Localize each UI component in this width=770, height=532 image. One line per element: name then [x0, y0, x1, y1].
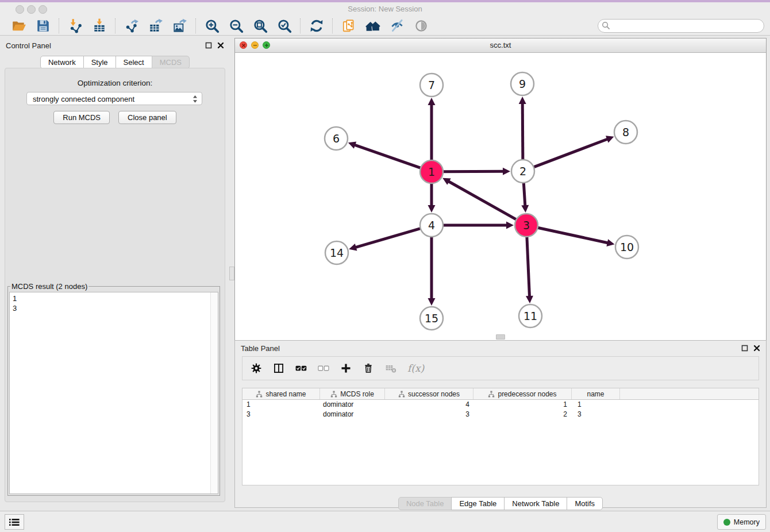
network-canvas[interactable]: 7968124314101511 [235, 53, 766, 340]
memory-button[interactable]: Memory [717, 514, 766, 530]
graph-node-10[interactable]: 10 [615, 236, 638, 259]
export-table-icon[interactable] [148, 18, 163, 33]
graph-node-4[interactable]: 4 [420, 214, 443, 237]
graph-edge-3-10[interactable] [538, 228, 609, 243]
zoom-out-icon[interactable] [229, 18, 244, 33]
zoom-fit-icon[interactable] [253, 18, 268, 33]
graph-node-7[interactable]: 7 [420, 74, 443, 97]
column-header-mcds-role[interactable]: MCDS role [320, 388, 385, 399]
tab-mcds[interactable]: MCDS [152, 56, 190, 69]
tab-motifs[interactable]: Motifs [567, 497, 603, 510]
zoom-selected-icon[interactable] [277, 18, 292, 33]
add-row-icon[interactable] [340, 363, 352, 374]
select-all-checkboxes-icon[interactable] [295, 363, 307, 374]
select-stepper-icon [192, 95, 198, 103]
deselect-all-checkboxes-icon[interactable] [318, 363, 329, 374]
import-table-icon[interactable] [92, 18, 107, 33]
graph-node-label: 11 [523, 310, 537, 322]
hide-graphics-details-icon[interactable] [390, 18, 405, 33]
graph-node-3[interactable]: 3 [515, 214, 538, 237]
column-type-icon [398, 391, 405, 398]
search-input[interactable] [598, 19, 764, 33]
float-table-panel-icon[interactable] [741, 345, 748, 352]
tab-edge-table[interactable]: Edge Table [451, 497, 505, 510]
graph-node-8[interactable]: 8 [614, 121, 637, 144]
network-view-window: scc.txt 7968124314101511 [234, 38, 767, 340]
graph-node-2[interactable]: 2 [511, 160, 534, 183]
graph-node-label: 4 [428, 219, 435, 232]
column-settings-gear-icon[interactable] [251, 363, 262, 374]
save-session-icon[interactable] [36, 18, 51, 33]
graph-node-label: 8 [622, 126, 629, 138]
panel-divider-grip[interactable] [229, 267, 234, 280]
zoom-in-icon[interactable] [205, 18, 220, 33]
clone-network-icon[interactable] [341, 18, 356, 33]
close-table-panel-icon[interactable] [753, 345, 760, 352]
open-session-icon[interactable] [11, 18, 26, 33]
graph-node-1[interactable]: 1 [420, 160, 443, 183]
graph-edge-2-8[interactable] [534, 139, 608, 167]
graph-edge-4-14[interactable] [355, 229, 421, 248]
graph-edge-arrowhead [521, 205, 529, 213]
graph-edge-arrowhead [428, 298, 436, 306]
column-header-successor-nodes[interactable]: successor nodes [385, 388, 473, 399]
delete-row-icon[interactable] [363, 363, 374, 374]
cell: dominator [320, 410, 385, 419]
import-network-icon[interactable] [68, 18, 83, 33]
tab-node-table[interactable]: Node Table [398, 497, 452, 510]
graph-edge-2-9[interactable] [522, 103, 523, 160]
task-history-button[interactable] [5, 514, 24, 530]
mcds-result-box[interactable]: 13 [9, 292, 218, 494]
table-row[interactable]: 1dominator411 [242, 400, 759, 410]
graph-node-label: 10 [620, 241, 634, 253]
graph-node-11[interactable]: 11 [519, 304, 542, 327]
tab-network-table[interactable]: Network Table [504, 497, 567, 510]
close-panel-icon[interactable] [217, 42, 224, 49]
result-scrollbar[interactable] [210, 292, 218, 494]
run-mcds-button[interactable]: Run MCDS [53, 111, 110, 124]
refresh-icon[interactable] [309, 18, 324, 33]
export-image-icon[interactable] [172, 18, 187, 33]
function-builder-icon: f(x) [407, 363, 424, 374]
graph-edge-1-2[interactable] [443, 171, 504, 172]
tab-select[interactable]: Select [116, 56, 152, 69]
search-icon [602, 21, 610, 30]
graph-edge-2-3[interactable] [523, 183, 525, 206]
canvas-scroll-grip[interactable] [496, 334, 505, 340]
show-columns-icon[interactable] [273, 363, 284, 374]
column-header-shared-name[interactable]: shared name [242, 388, 320, 399]
graph-node-6[interactable]: 6 [325, 127, 348, 150]
graph-edge-3-1[interactable] [448, 181, 517, 219]
control-panel-title: Control Panel [6, 41, 51, 50]
table-panel-title: Table Panel [241, 344, 280, 353]
close-panel-button[interactable]: Close panel [118, 111, 176, 124]
table-panel: Table Panel [234, 340, 767, 508]
toolbar-separator [59, 18, 60, 33]
graph-node-14[interactable]: 14 [325, 241, 348, 264]
cell: 4 [385, 400, 473, 410]
table-row[interactable]: 3dominator323 [242, 410, 759, 419]
mcds-panel-body: Optimization criterion: strongly connect… [5, 68, 225, 502]
toolbar-separator [300, 18, 301, 33]
control-panel-tabbar: NetworkStyleSelectMCDS [0, 56, 230, 69]
column-label: MCDS role [340, 390, 374, 398]
graph-edge-3-11[interactable] [527, 237, 530, 297]
preview-eye-icon[interactable] [414, 18, 429, 33]
tab-network[interactable]: Network [40, 56, 84, 69]
home-icon[interactable] [365, 18, 380, 33]
network-window-titlebar: scc.txt [235, 38, 766, 53]
graph-edge-1-6[interactable] [354, 145, 421, 168]
column-header-filler [620, 388, 759, 399]
export-network-icon[interactable] [124, 18, 139, 33]
column-type-icon [488, 391, 495, 398]
tab-style[interactable]: Style [83, 56, 116, 69]
table-toolbar: f(x) [242, 356, 759, 380]
criterion-select[interactable]: strongly connected component [26, 92, 202, 105]
graph-node-9[interactable]: 9 [511, 72, 534, 95]
node-table[interactable]: shared name MCDS role successor nodes pr… [242, 388, 759, 485]
column-header-predecessor-nodes[interactable]: predecessor nodes [473, 388, 572, 399]
graph-node-15[interactable]: 15 [420, 307, 443, 330]
session-title: Session: New Session [0, 2, 770, 16]
column-header-name[interactable]: name [572, 388, 620, 399]
float-panel-icon[interactable] [205, 42, 212, 49]
